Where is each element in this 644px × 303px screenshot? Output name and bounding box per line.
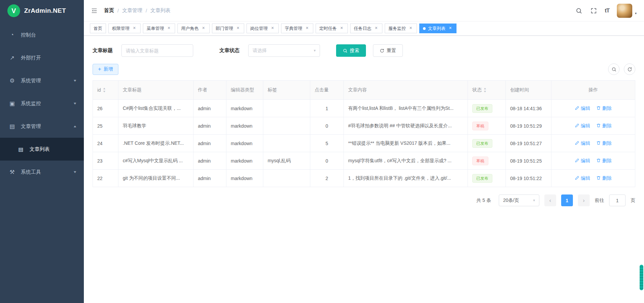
status-filter-select[interactable]: 请选择 ▾ [248, 44, 320, 57]
next-page-button[interactable]: › [578, 194, 590, 206]
sidebar-item-label: 系统管理 [21, 78, 41, 84]
sidebar-item-article-admin[interactable]: ▤文章管理▲ [0, 115, 84, 138]
column-header-status[interactable]: 状态▲▼ [468, 81, 506, 100]
column-label: 作者 [198, 87, 207, 93]
page-1-button[interactable]: 1 [561, 194, 573, 206]
sidebar-item-system-tools[interactable]: ⚒系统工具▼ [0, 161, 84, 183]
page-unit-label: 页 [631, 198, 635, 204]
toggle-search-button[interactable] [608, 63, 620, 75]
edit-button[interactable]: 编辑 [575, 175, 590, 181]
chevron-down-icon: ▼ [73, 170, 77, 174]
tab-home[interactable]: 首页 [90, 24, 106, 33]
avatar[interactable] [617, 4, 632, 18]
refresh-table-button[interactable] [624, 63, 635, 75]
tab-dict-admin[interactable]: 字典管理× [281, 24, 313, 33]
tab-label: 定时任务 [319, 26, 337, 32]
sort-icon[interactable]: ▲▼ [103, 87, 106, 93]
close-icon[interactable]: × [408, 26, 413, 31]
fullscreen-icon[interactable] [590, 7, 597, 14]
sidebar-item-external-open[interactable]: ↗外部打开 [0, 46, 84, 69]
trash-icon [596, 106, 601, 111]
tab-dept-admin[interactable]: 部门管理× [212, 24, 244, 33]
search-icon[interactable] [575, 7, 583, 14]
sort-icon[interactable]: ▲▼ [484, 87, 486, 93]
close-icon[interactable]: × [374, 26, 379, 31]
column-header-clicks: 点击量 [310, 81, 344, 100]
breadcrumb-separator: / [146, 8, 147, 13]
cell-author: admin [194, 100, 226, 117]
column-label: 状态 [472, 87, 482, 93]
add-button-label: 新增 [104, 66, 113, 72]
edit-icon [575, 106, 579, 111]
close-icon[interactable]: × [448, 26, 453, 31]
cell-editor-type: markdown [226, 135, 263, 152]
tab-service-monitor[interactable]: 服务监控× [385, 24, 417, 33]
top-bar: 首页/文章管理/文章列表 tT ▾ [84, 0, 644, 21]
delete-button[interactable]: 删除 [596, 105, 612, 112]
reset-button[interactable]: 重置 [373, 44, 403, 57]
sidebar-item-label: 文章管理 [21, 123, 41, 130]
delete-button[interactable]: 删除 [596, 123, 612, 129]
cell-status: 已发布 [468, 170, 506, 187]
close-icon[interactable]: × [305, 26, 310, 31]
table-row: 22git 为不同的项目设置不同...adminmarkdown21，找到项目所… [93, 170, 635, 187]
page-size-select[interactable]: 20条/页 ▾ [499, 194, 539, 206]
delete-button[interactable]: 删除 [596, 140, 612, 146]
close-icon[interactable]: × [201, 26, 206, 31]
document-list-icon: ▤ [17, 146, 24, 153]
search-button[interactable]: 搜索 [336, 44, 366, 57]
articles-table: id▲▼文章标题作者编辑器类型标签点击量文章内容状态▲▼创建时间操作 26C#两… [93, 80, 635, 187]
sidebar-item-article-list[interactable]: ▤文章列表 [0, 138, 84, 161]
close-icon[interactable]: × [166, 26, 171, 31]
title-filter-input[interactable] [121, 44, 193, 57]
close-icon[interactable]: × [235, 26, 240, 31]
close-icon[interactable]: × [270, 26, 275, 31]
delete-button[interactable]: 删除 [596, 175, 612, 181]
cell-title: c#写入Mysql中文显示乱码 ... [118, 152, 194, 170]
tab-label: 菜单管理 [147, 26, 164, 32]
breadcrumb-item[interactable]: 文章管理 [122, 7, 142, 14]
sidebar-item-system-monitor[interactable]: ▣系统监控▼ [0, 92, 84, 115]
app-logo[interactable]: V ZrAdmin.NET [0, 0, 84, 21]
tab-label: 文章列表 [428, 26, 445, 32]
cell-tags: mysql,乱码 [263, 152, 310, 170]
document-icon: ▤ [9, 123, 15, 130]
sidebar-item-dashboard[interactable]: ◔控制台 [0, 24, 84, 46]
edit-button[interactable]: 编辑 [575, 123, 590, 129]
edit-icon [575, 158, 579, 164]
total-count: 共 5 条 [476, 198, 491, 204]
scrollbar-thumb[interactable] [640, 265, 643, 290]
breadcrumb-item[interactable]: 文章列表 [150, 7, 170, 14]
cell-created: 08-18 14:41:36 [506, 100, 551, 117]
font-size-icon[interactable]: tT [605, 7, 609, 14]
add-button[interactable]: + 新增 [93, 64, 118, 75]
caret-down-icon[interactable]: ▾ [635, 11, 637, 15]
tab-perm-admin[interactable]: 权限管理× [108, 24, 141, 33]
tab-user-role[interactable]: 用户角色× [177, 24, 210, 33]
edit-button[interactable]: 编辑 [575, 105, 590, 112]
breadcrumb-item[interactable]: 首页 [104, 7, 114, 14]
tab-menu-admin[interactable]: 菜单管理× [143, 24, 175, 33]
sidebar-collapse-icon[interactable] [90, 6, 99, 15]
edit-button[interactable]: 编辑 [575, 158, 590, 164]
edit-button[interactable]: 编辑 [575, 140, 590, 146]
goto-page-input[interactable] [609, 194, 626, 206]
cell-actions: 编辑删除 [551, 152, 635, 170]
delete-button[interactable]: 删除 [596, 158, 612, 164]
table-row: 23c#写入Mysql中文显示乱码 ...adminmarkdownmysql,… [93, 152, 635, 170]
column-header-id[interactable]: id▲▼ [93, 81, 118, 100]
tab-cron-job[interactable]: 定时任务× [316, 24, 348, 33]
table-tools [608, 63, 635, 75]
prev-page-button[interactable]: ‹ [544, 194, 556, 206]
tab-article-list[interactable]: 文章列表× [419, 24, 457, 33]
tab-label: 权限管理 [112, 26, 129, 32]
cell-title: C#两个list集合实现关联，... [118, 100, 194, 117]
sidebar-item-system-admin[interactable]: ⚙系统管理▼ [0, 69, 84, 92]
tab-post-admin[interactable]: 岗位管理× [247, 24, 279, 33]
breadcrumb-separator: / [117, 8, 119, 13]
close-icon[interactable]: × [132, 26, 137, 31]
external-link-icon: ↗ [9, 54, 15, 61]
cell-status: 草稿 [468, 117, 506, 135]
close-icon[interactable]: × [339, 26, 344, 31]
tab-job-log[interactable]: 任务日志× [350, 24, 382, 33]
